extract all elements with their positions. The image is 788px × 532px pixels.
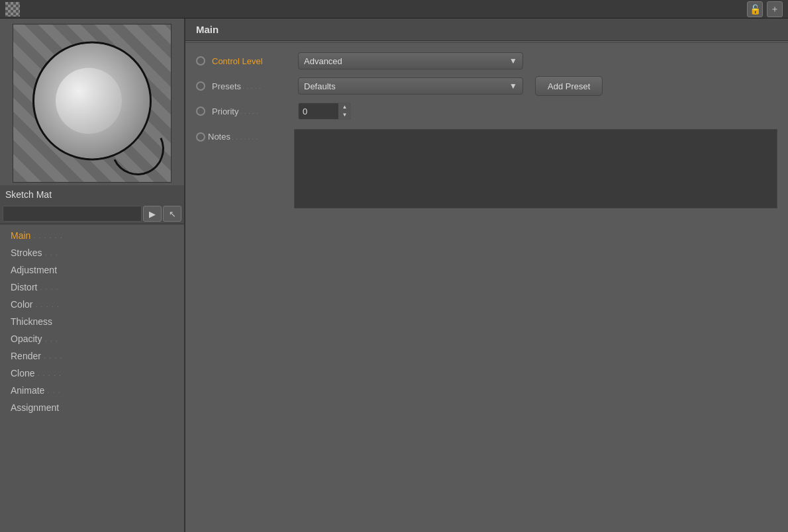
play-button[interactable]: ▶	[143, 206, 162, 222]
nav-item-animate[interactable]: Animate . . .	[0, 382, 184, 399]
cursor-button[interactable]: ↖	[163, 206, 181, 222]
presets-radio[interactable]	[196, 81, 205, 91]
presets-value: Defaults	[304, 81, 336, 91]
nav-label-adjustment: Adjustment	[11, 265, 57, 275]
left-panel: Sketch Mat ▶ ↖ Main . . . . . . Strokes …	[0, 19, 185, 532]
nav-dots-clone: . . . . .	[38, 369, 62, 377]
top-bar-right: 🔓 ＋	[747, 1, 783, 17]
nav-item-main[interactable]: Main . . . . . .	[0, 227, 184, 244]
nav-dots-opacity: . . .	[44, 335, 58, 343]
notes-label: Notes . . . . . . .	[208, 132, 287, 142]
presets-row: Presets . . . . . Defaults ▼ Add Preset	[196, 76, 777, 96]
toolbar-input[interactable]	[3, 206, 142, 222]
nav-label-color: Color	[11, 299, 32, 310]
nav-label-strokes: Strokes	[11, 247, 42, 258]
priority-dots: . . . . .	[240, 107, 258, 115]
nav-label-main: Main	[11, 230, 30, 241]
presets-arrow: ▼	[509, 81, 517, 91]
notes-row: Notes . . . . . . .	[196, 129, 777, 208]
top-bar-left	[5, 2, 20, 17]
checkerboard-icon	[5, 2, 20, 17]
notes-dots: . . . . . . .	[232, 133, 258, 141]
control-level-value: Advanced	[304, 56, 342, 66]
nav-dots-color: . . . . .	[35, 300, 60, 308]
control-level-dropdown[interactable]: Advanced ▼	[298, 52, 523, 69]
nav-item-strokes[interactable]: Strokes . . .	[0, 244, 184, 261]
nav-item-color[interactable]: Color . . . . .	[0, 296, 184, 313]
presets-dots: . . . . .	[242, 82, 261, 90]
section-header: Main	[185, 19, 788, 41]
preview-area	[13, 24, 172, 183]
add-preset-button[interactable]: Add Preset	[535, 76, 603, 96]
lock-icon-button[interactable]: 🔓	[747, 1, 763, 17]
spinner-down-button[interactable]: ▼	[339, 111, 350, 119]
nav-dots-strokes: . . .	[44, 249, 58, 257]
preview-circle-inner	[56, 67, 122, 134]
right-panel: Main Control Level Advanced ▼ Presets	[185, 19, 788, 532]
spinner-up-button[interactable]: ▲	[339, 103, 350, 111]
nav-label-thickness: Thickness	[11, 316, 52, 327]
nav-label-distort: Distort	[11, 282, 37, 292]
nav-item-distort[interactable]: Distort . . . .	[0, 279, 184, 296]
header-divider	[185, 42, 788, 43]
spinner-arrows: ▲ ▼	[338, 103, 350, 119]
presets-label: Presets . . . . .	[212, 81, 291, 91]
nav-label-animate: Animate	[11, 385, 44, 396]
plus-icon-button[interactable]: ＋	[767, 1, 783, 17]
control-level-radio[interactable]	[196, 56, 205, 66]
nav-item-thickness[interactable]: Thickness	[0, 313, 184, 330]
nav-dots-main: . . . . . .	[33, 232, 63, 240]
nav-item-assignment[interactable]: Assignment	[0, 399, 184, 416]
priority-radio[interactable]	[196, 107, 205, 116]
nav-dots-distort: . . . .	[40, 283, 58, 291]
nav-label-render: Render	[11, 351, 41, 361]
priority-label: Priority . . . . .	[212, 107, 291, 116]
nav-dots-render: . . . .	[44, 352, 62, 360]
control-level-label: Control Level	[212, 56, 291, 66]
nav-list: Main . . . . . . Strokes . . . Adjustmen…	[0, 224, 184, 419]
material-name: Sketch Mat	[0, 185, 184, 204]
nav-item-clone[interactable]: Clone . . . . .	[0, 365, 184, 382]
priority-row: Priority . . . . . 0 ▲ ▼	[196, 103, 777, 120]
top-bar: 🔓 ＋	[0, 0, 788, 19]
control-level-arrow: ▼	[509, 56, 517, 66]
notes-textarea[interactable]	[294, 129, 777, 208]
toolbar-row: ▶ ↖	[0, 204, 184, 224]
presets-dropdown[interactable]: Defaults ▼	[298, 77, 523, 95]
nav-item-opacity[interactable]: Opacity . . .	[0, 330, 184, 347]
nav-label-opacity: Opacity	[11, 333, 42, 344]
nav-dots-animate: . . .	[47, 386, 60, 394]
control-level-row: Control Level Advanced ▼	[196, 52, 777, 69]
notes-radio[interactable]	[196, 132, 205, 142]
main-layout: Sketch Mat ▶ ↖ Main . . . . . . Strokes …	[0, 19, 788, 532]
nav-item-adjustment[interactable]: Adjustment	[0, 261, 184, 279]
priority-input[interactable]: 0	[299, 107, 338, 116]
properties-area: Control Level Advanced ▼ Presets . . . .…	[185, 44, 788, 216]
nav-label-assignment: Assignment	[11, 402, 59, 413]
nav-label-clone: Clone	[11, 368, 35, 378]
priority-spinner[interactable]: 0 ▲ ▼	[298, 103, 351, 120]
nav-item-render[interactable]: Render . . . .	[0, 347, 184, 365]
notes-label-container: Notes . . . . . . .	[196, 129, 287, 142]
